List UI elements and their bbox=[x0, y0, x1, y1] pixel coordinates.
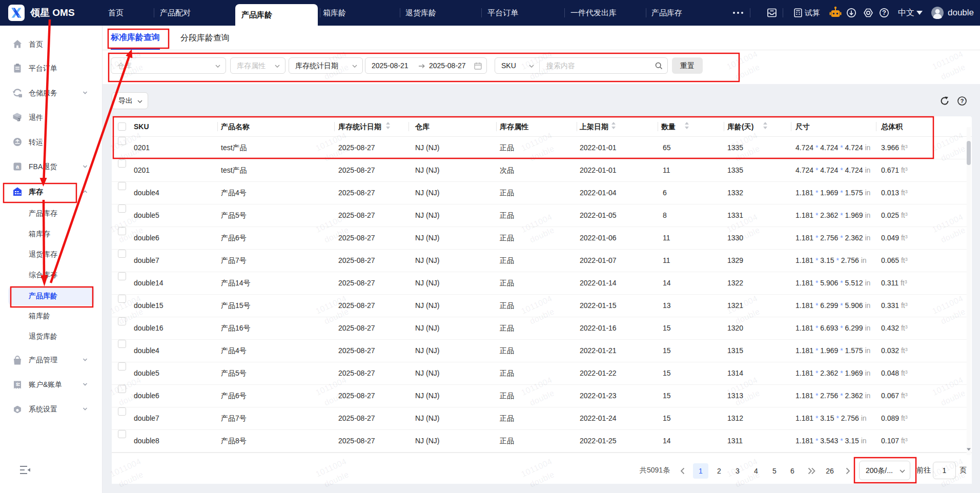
svg-text:?: ? bbox=[961, 98, 964, 104]
svg-text:$: $ bbox=[16, 382, 18, 387]
svg-text:?: ? bbox=[882, 9, 886, 16]
svg-text:a: a bbox=[16, 163, 19, 170]
